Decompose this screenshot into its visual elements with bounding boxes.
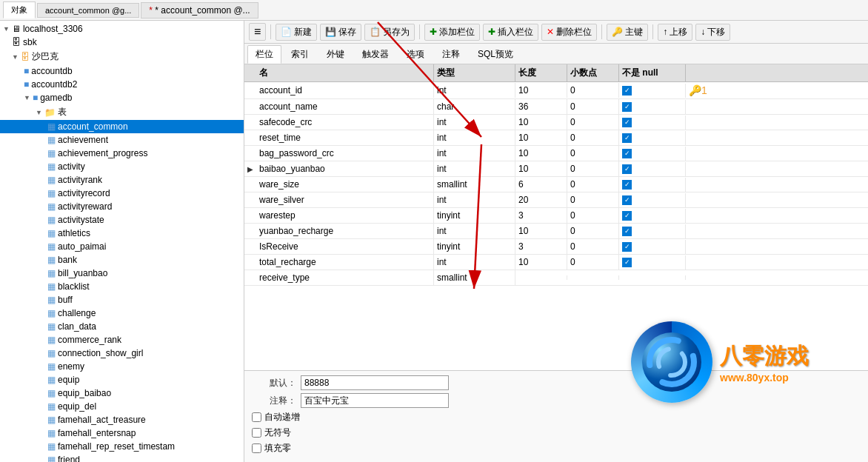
table-row[interactable]: warestep tinyint 3 0 — [244, 208, 868, 224]
notnull-checkbox[interactable] — [622, 149, 632, 158]
sidebar-item-buff[interactable]: ▦ buff — [0, 293, 244, 307]
field-notnull[interactable] — [619, 209, 686, 223]
sidebar-item-equip-del[interactable]: ▦ equip_del — [0, 400, 244, 413]
table-row[interactable]: ware_size smallint 6 0 — [244, 177, 868, 192]
sidebar-item-famehall-rep-reset[interactable]: ▦ famehall_rep_reset_timestam — [0, 440, 244, 453]
tab-trigger[interactable]: 触发器 — [354, 45, 397, 64]
default-input[interactable] — [301, 375, 449, 390]
sidebar-item-blacklist[interactable]: ▦ blacklist — [0, 280, 244, 293]
field-notnull[interactable] — [619, 147, 686, 161]
notnull-checkbox[interactable] — [622, 211, 632, 221]
sidebar-item-enemy[interactable]: ▦ enemy — [0, 360, 244, 373]
menu-button[interactable]: ≡ — [249, 23, 266, 41]
collapse-arrow[interactable]: ▼ — [24, 94, 30, 101]
field-notnull[interactable] — [619, 178, 686, 192]
table-row[interactable]: account_id int 10 0 🔑1 — [244, 82, 868, 99]
table-row[interactable]: yuanbao_recharge int 10 0 — [244, 224, 868, 239]
sidebar-item-friend[interactable]: ▦ friend — [0, 453, 244, 462]
auto-increment-checkbox[interactable] — [252, 412, 261, 422]
field-notnull[interactable] — [619, 193, 686, 207]
tab-foreign-key[interactable]: 外键 — [318, 45, 353, 64]
sidebar-item-famehall-act-treasure[interactable]: ▦ famehall_act_treasure — [0, 413, 244, 426]
table-row[interactable]: total_recharge int 10 0 — [244, 255, 868, 270]
collapse-arrow[interactable]: ▼ — [36, 109, 42, 116]
sidebar-item-sbk[interactable]: 🗄 sbk — [0, 36, 244, 49]
table-row[interactable]: safecode_crc int 10 0 — [244, 115, 868, 130]
sidebar-item-sabake[interactable]: ▼ 🗄 沙巴克 — [0, 49, 244, 64]
table-row[interactable]: ▶ baibao_yuanbao int 10 0 — [244, 161, 868, 177]
new-button[interactable]: 📄 新建 — [276, 24, 317, 41]
sidebar-item-gamedb[interactable]: ▼ ■ gamedb — [0, 91, 244, 104]
sidebar-item-achievement-progress[interactable]: ▦ achievement_progress — [0, 147, 244, 160]
field-notnull[interactable] — [619, 275, 686, 280]
sidebar-item-bank[interactable]: ▦ bank — [0, 253, 244, 267]
sidebar-item-activityreward[interactable]: ▦ activityreward — [0, 200, 244, 213]
table-row[interactable]: ware_silver int 20 0 — [244, 192, 868, 208]
sidebar-item-clan-data[interactable]: ▦ clan_data — [0, 320, 244, 333]
table-row[interactable]: IsReceive tinyint 3 0 — [244, 239, 868, 255]
table-row[interactable]: bag_password_crc int 10 0 — [244, 146, 868, 161]
notnull-checkbox[interactable] — [622, 164, 632, 174]
notnull-checkbox[interactable] — [622, 227, 632, 236]
sidebar-item-localhost[interactable]: ▼ 🖥 localhost_3306 — [0, 22, 244, 36]
tab-comment[interactable]: 注释 — [434, 45, 468, 64]
sidebar-item-accountdb2[interactable]: ■ accountdb2 — [0, 78, 244, 91]
table-row[interactable]: reset_time int 10 0 — [244, 130, 868, 146]
notnull-checkbox[interactable] — [622, 102, 632, 112]
notnull-checkbox[interactable] — [622, 195, 632, 205]
sidebar-item-challenge[interactable]: ▦ challenge — [0, 307, 244, 320]
notnull-checkbox[interactable] — [622, 242, 632, 252]
sidebar-item-famehall-entersnap[interactable]: ▦ famehall_entersnap — [0, 426, 244, 440]
field-notnull[interactable] — [619, 116, 686, 130]
tab-object[interactable]: 对象 — [3, 1, 36, 19]
sidebar-item-athletics[interactable]: ▦ athletics — [0, 227, 244, 240]
save-button[interactable]: 💾 保存 — [320, 24, 361, 41]
field-notnull[interactable] — [619, 162, 686, 176]
primary-key-button[interactable]: 🔑 主键 — [607, 24, 648, 41]
tab-sql-preview[interactable]: SQL预览 — [470, 45, 521, 64]
comment-input[interactable] — [301, 393, 449, 408]
tab-index[interactable]: 索引 — [283, 45, 317, 64]
sidebar-item-accountdb[interactable]: ■ accountdb — [0, 64, 244, 78]
notnull-checkbox[interactable] — [622, 133, 632, 143]
field-notnull[interactable] — [619, 240, 686, 254]
sidebar-item-activityrank[interactable]: ▦ activityrank — [0, 173, 244, 187]
sidebar-item-commerce-rank[interactable]: ▦ commerce_rank — [0, 333, 244, 346]
field-notnull[interactable] — [619, 131, 686, 145]
move-up-button[interactable]: ↑ 上移 — [658, 24, 692, 41]
field-notnull[interactable] — [619, 100, 686, 114]
sidebar-item-activityrecord[interactable]: ▦ activityrecord — [0, 187, 244, 200]
sidebar-item-auto-paimai[interactable]: ▦ auto_paimai — [0, 240, 244, 253]
notnull-checkbox[interactable] — [622, 118, 632, 127]
collapse-arrow[interactable]: ▼ — [3, 25, 10, 33]
delete-field-button[interactable]: ✕ 删除栏位 — [541, 24, 597, 41]
sidebar-item-tables-folder[interactable]: ▼ 📁 表 — [0, 104, 244, 120]
fill-zero-checkbox[interactable] — [252, 443, 261, 453]
sidebar-item-bill-yuanbao[interactable]: ▦ bill_yuanbao — [0, 267, 244, 280]
sidebar-item-activity[interactable]: ▦ activity — [0, 160, 244, 173]
tab-account-common-2[interactable]: * * account_common @... — [141, 2, 258, 19]
sidebar-item-equip[interactable]: ▦ equip — [0, 373, 244, 386]
sidebar-item-equip-baibao[interactable]: ▦ equip_baibao — [0, 386, 244, 400]
move-down-button[interactable]: ↓ 下移 — [695, 24, 730, 41]
tab-options[interactable]: 选项 — [398, 45, 433, 64]
notnull-checkbox[interactable] — [622, 180, 632, 190]
sidebar-item-achievement[interactable]: ▦ achievement — [0, 133, 244, 147]
sidebar-item-connection-show-girl[interactable]: ▦ connection_show_girl — [0, 346, 244, 360]
field-notnull[interactable] — [619, 84, 686, 98]
insert-field-button[interactable]: ✚ 插入栏位 — [483, 24, 538, 41]
notnull-checkbox[interactable] — [622, 86, 632, 96]
sidebar-item-account-common[interactable]: ▦ account_common — [0, 120, 244, 133]
add-field-button[interactable]: ✚ 添加栏位 — [424, 24, 480, 41]
collapse-arrow[interactable]: ▼ — [12, 53, 19, 61]
field-notnull[interactable] — [619, 224, 686, 238]
table-row[interactable]: account_name char 36 0 — [244, 99, 868, 115]
unsigned-checkbox[interactable] — [252, 428, 261, 438]
notnull-checkbox[interactable] — [622, 258, 632, 267]
table-row[interactable]: receive_type smallint — [244, 270, 868, 286]
tab-field[interactable]: 栏位 — [247, 45, 281, 64]
tab-account-common-1[interactable]: account_common @g... — [37, 3, 139, 18]
saveas-button[interactable]: 📋 另存为 — [364, 24, 415, 41]
field-notnull[interactable] — [619, 255, 686, 270]
sidebar-item-activitystate[interactable]: ▦ activitystate — [0, 213, 244, 227]
